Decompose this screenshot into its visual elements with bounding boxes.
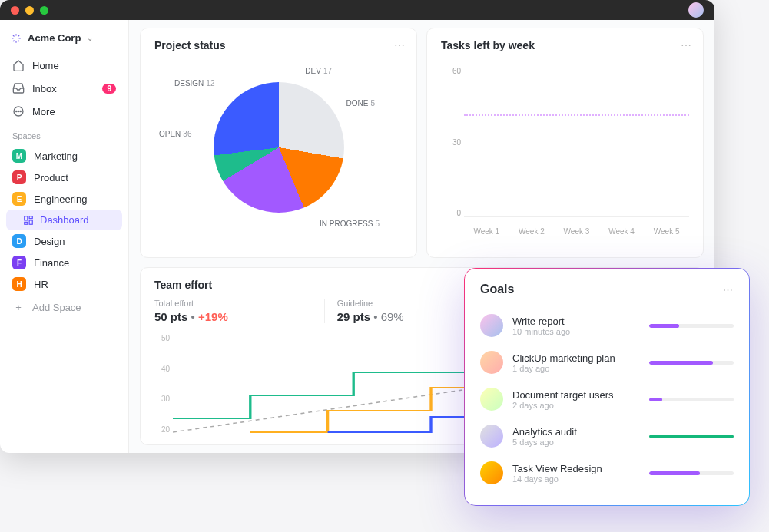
goal-time: 1 day ago (512, 364, 640, 373)
titlebar (0, 0, 714, 20)
goal-avatar (480, 388, 503, 411)
inbox-badge: 9 (102, 84, 116, 94)
goal-avatar (480, 461, 503, 484)
tasks-left-card: Tasks left by week ⋯ 60300 Week 1Week 2W… (426, 28, 704, 258)
goal-row[interactable]: Document target users2 days ago (480, 381, 734, 418)
nav-label: More (32, 106, 55, 117)
chevron-down-icon: ⌄ (87, 34, 93, 42)
window-controls[interactable] (11, 6, 48, 15)
space-item-hr[interactable]: HHR (6, 273, 122, 295)
goal-progress (649, 471, 734, 475)
space-item-finance[interactable]: FFinance (6, 252, 122, 273)
pie-chart (214, 82, 344, 213)
user-avatar[interactable] (688, 2, 704, 18)
pie-label-open: OPEN 36 (159, 130, 191, 138)
svg-point-3 (20, 111, 21, 111)
goal-avatar (480, 425, 503, 448)
nav-more[interactable]: More (6, 101, 122, 122)
bar-chart: 60300 Week 1Week 2Week 3Week 4Week 5 (441, 59, 689, 236)
plus-icon: + (12, 301, 25, 313)
pie-label-inprogress: IN PROGRESS 5 (320, 220, 380, 228)
pie-label-design: DESIGN 12 (174, 79, 214, 88)
space-label: Design (34, 236, 65, 247)
space-icon: P (12, 170, 26, 184)
goal-name: Analytics audit (512, 426, 640, 438)
add-space-label: Add Space (32, 302, 81, 313)
goal-name: Task View Redesign (512, 463, 640, 474)
pie-label-dev: DEV 17 (305, 67, 332, 75)
workspace-selector[interactable]: Acme Corp ⌄ (6, 29, 122, 47)
workspace-logo-icon (11, 33, 22, 44)
goal-name: ClickUp marketing plan (512, 352, 640, 364)
goal-progress (649, 324, 734, 328)
nav-inbox[interactable]: Inbox 9 (6, 78, 122, 99)
space-icon: E (12, 192, 26, 206)
goal-name: Write report (512, 316, 640, 327)
svg-point-1 (16, 111, 17, 111)
metric: Total effort50 pts • +19% (154, 299, 324, 323)
space-item-marketing[interactable]: MMarketing (6, 145, 122, 167)
workspace-name: Acme Corp (28, 32, 81, 44)
goal-progress (649, 361, 734, 365)
space-label: Engineering (34, 193, 87, 205)
dashboard-icon (23, 215, 34, 226)
space-icon: D (12, 234, 26, 248)
nav-home[interactable]: Home (6, 55, 122, 76)
space-item-engineering[interactable]: EEngineering (6, 188, 122, 210)
card-menu-icon[interactable]: ⋯ (681, 39, 692, 51)
space-item-product[interactable]: PProduct (6, 167, 122, 188)
goals-panel: Goals ⋯ Write report10 minutes ago Click… (465, 269, 749, 505)
goal-time: 2 days ago (512, 401, 640, 410)
svg-rect-4 (25, 216, 28, 220)
goal-row[interactable]: Analytics audit5 days ago (480, 418, 734, 454)
goal-row[interactable]: ClickUp marketing plan1 day ago (480, 344, 734, 381)
space-icon: M (12, 149, 26, 163)
goal-row[interactable]: Write report10 minutes ago (480, 307, 734, 344)
goals-title: Goals (480, 283, 734, 296)
space-label: Product (34, 172, 68, 183)
goal-progress (649, 435, 734, 438)
space-sub-dashboard[interactable]: Dashboard (6, 210, 122, 230)
goal-name: Document target users (512, 389, 640, 401)
goal-time: 14 days ago (512, 474, 640, 484)
space-label: Marketing (34, 150, 78, 162)
space-icon: H (12, 277, 26, 291)
sidebar: Acme Corp ⌄ Home Inbox 9 More Spaces MMa… (0, 20, 129, 453)
goal-time: 5 days ago (512, 438, 640, 447)
inbox-icon (12, 82, 25, 94)
svg-rect-5 (29, 216, 32, 218)
space-label: HR (34, 279, 48, 290)
card-title: Tasks left by week (441, 39, 689, 51)
svg-point-2 (18, 111, 18, 111)
maximize-icon[interactable] (40, 6, 48, 15)
svg-rect-6 (29, 220, 32, 224)
pie-label-done: DONE 5 (346, 99, 375, 107)
goal-avatar (480, 314, 503, 337)
space-item-design[interactable]: DDesign (6, 230, 122, 252)
card-menu-icon[interactable]: ⋯ (394, 39, 406, 51)
nav-label: Inbox (32, 83, 57, 94)
nav-label: Home (32, 60, 59, 71)
more-icon (12, 105, 25, 117)
goals-menu-icon[interactable]: ⋯ (723, 284, 734, 296)
close-icon[interactable] (11, 6, 19, 15)
spaces-section-label: Spaces (6, 124, 122, 144)
add-space-button[interactable]: + Add Space (6, 296, 122, 318)
goal-time: 10 minutes ago (512, 327, 640, 336)
goal-avatar (480, 351, 503, 374)
goal-progress (649, 398, 734, 401)
minimize-icon[interactable] (25, 6, 34, 15)
goal-row[interactable]: Task View Redesign14 days ago (480, 454, 734, 491)
card-title: Project status (154, 39, 403, 51)
space-label: Finance (34, 257, 69, 269)
space-icon: F (12, 256, 26, 269)
home-icon (12, 59, 25, 71)
svg-rect-7 (25, 222, 28, 224)
project-status-card: Project status ⋯ DEV 17 DONE 5 IN PROGRE… (140, 28, 417, 258)
